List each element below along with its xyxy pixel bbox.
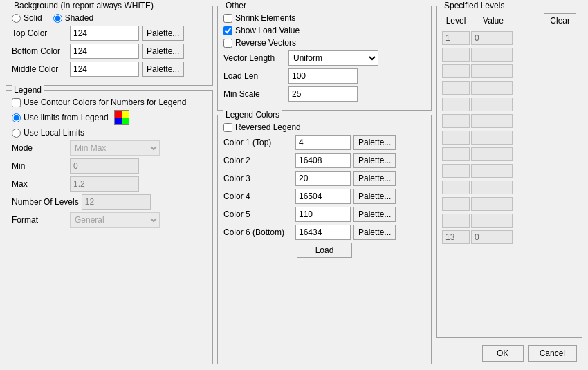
- color3-label: Color 3: [223, 174, 293, 183]
- color6-input[interactable]: [295, 225, 351, 240]
- level-3-input[interactable]: [442, 64, 470, 78]
- other-title: Other: [223, 1, 248, 10]
- reverse-vectors-label: Reverse Vectors: [235, 38, 296, 48]
- num-levels-input: [82, 194, 151, 210]
- color4-label: Color 4: [223, 192, 293, 201]
- solid-radio[interactable]: [12, 14, 21, 23]
- reversed-legend-checkbox[interactable]: [223, 123, 232, 132]
- show-load-row[interactable]: Show Load Value: [223, 26, 425, 35]
- cancel-button[interactable]: Cancel: [528, 345, 577, 362]
- middle-color-input[interactable]: [70, 62, 139, 77]
- level-6-value-input[interactable]: [471, 114, 513, 128]
- color4-input[interactable]: [295, 189, 351, 204]
- bottom-color-input[interactable]: [70, 44, 139, 59]
- background-group: Background (In report always WHITE) Soli…: [6, 6, 213, 86]
- legend-group: Legend Use Contour Colors for Numbers fo…: [6, 90, 213, 364]
- color1-label: Color 1 (Top): [223, 138, 293, 147]
- reverse-vectors-checkbox[interactable]: [223, 39, 232, 48]
- use-limits-radio[interactable]: [12, 113, 21, 122]
- color5-input[interactable]: [295, 207, 351, 222]
- color5-label: Color 5: [223, 210, 293, 219]
- level-row-7: [442, 131, 576, 145]
- use-local-radio-label[interactable]: Use Local Limits: [12, 128, 207, 138]
- level-3-value-input[interactable]: [471, 64, 513, 78]
- footer-buttons: OK Cancel: [436, 342, 582, 364]
- ok-button[interactable]: OK: [482, 345, 524, 362]
- background-content: Solid Shaded Top Color Palette... Bottom…: [12, 13, 207, 77]
- clear-btn[interactable]: Clear: [544, 13, 576, 28]
- color1-palette-btn[interactable]: Palette...: [353, 135, 396, 150]
- level-6-input[interactable]: [442, 114, 470, 128]
- level-7-value-input[interactable]: [471, 131, 513, 145]
- mode-row: Mode Min Max: [12, 140, 207, 156]
- level-10-input[interactable]: [442, 181, 470, 194]
- color2-input[interactable]: [295, 153, 351, 168]
- color6-palette-btn[interactable]: Palette...: [353, 225, 396, 240]
- use-limits-radio-label[interactable]: Use limits from Legend: [12, 113, 109, 122]
- level-9-input[interactable]: [442, 164, 470, 178]
- level-12-value-input[interactable]: [471, 214, 513, 228]
- main-container: Background (In report always WHITE) Soli…: [0, 0, 588, 370]
- level-2-input[interactable]: [442, 48, 470, 62]
- vector-length-select[interactable]: Uniform Proportional: [288, 50, 378, 66]
- level-12-input[interactable]: [442, 214, 470, 228]
- bottom-color-row: Bottom Color Palette...: [12, 44, 207, 59]
- level-4-value-input[interactable]: [471, 81, 513, 95]
- bottom-color-palette-btn[interactable]: Palette...: [142, 44, 184, 59]
- level-row-8: [442, 147, 576, 161]
- swatch-q4: [122, 118, 129, 124]
- contour-colors-label: Use Contour Colors for Numbers for Legen…: [24, 98, 186, 107]
- solid-radio-label[interactable]: Solid: [12, 13, 42, 23]
- load-len-input[interactable]: [288, 68, 358, 84]
- level-13-value-input[interactable]: [471, 230, 513, 244]
- load-len-label: Load Len: [223, 71, 286, 81]
- level-10-value-input[interactable]: [471, 181, 513, 194]
- level-11-input[interactable]: [442, 197, 470, 211]
- top-color-input[interactable]: [70, 26, 139, 41]
- level-7-input[interactable]: [442, 131, 470, 145]
- use-local-label: Use Local Limits: [24, 128, 84, 138]
- color3-input[interactable]: [295, 171, 351, 186]
- contour-colors-checkbox[interactable]: [12, 98, 21, 107]
- shrink-checkbox[interactable]: [223, 14, 232, 23]
- level-row-10: [442, 181, 576, 194]
- color6-label: Color 6 (Bottom): [223, 228, 293, 237]
- legend-colors-title: Legend Colors: [223, 110, 282, 120]
- level-row-9: [442, 164, 576, 178]
- level-8-input[interactable]: [442, 147, 470, 161]
- specified-levels-title: Specified Levels: [442, 1, 506, 10]
- color1-input[interactable]: [295, 135, 351, 150]
- shrink-row[interactable]: Shrink Elements: [223, 13, 425, 23]
- shaded-label: Shaded: [65, 13, 93, 23]
- legend-color-swatch[interactable]: [114, 110, 129, 125]
- level-11-value-input[interactable]: [471, 197, 513, 211]
- level-5-input[interactable]: [442, 98, 470, 111]
- contour-colors-row[interactable]: Use Contour Colors for Numbers for Legen…: [12, 98, 207, 107]
- shaded-radio-label[interactable]: Shaded: [53, 13, 93, 23]
- level-rows: [442, 31, 576, 332]
- level-1-value-input[interactable]: [471, 31, 513, 45]
- color2-palette-btn[interactable]: Palette...: [353, 153, 396, 168]
- level-9-value-input[interactable]: [471, 164, 513, 178]
- show-load-checkbox[interactable]: [223, 26, 232, 35]
- top-color-palette-btn[interactable]: Palette...: [142, 26, 184, 41]
- min-scale-input[interactable]: [288, 86, 358, 102]
- color4-palette-btn[interactable]: Palette...: [353, 189, 396, 204]
- swatch-q2: [122, 111, 129, 118]
- color5-palette-btn[interactable]: Palette...: [353, 207, 396, 222]
- mode-label: Mode: [12, 143, 67, 153]
- level-5-value-input[interactable]: [471, 98, 513, 111]
- use-local-radio[interactable]: [12, 129, 21, 138]
- reversed-legend-row[interactable]: Reversed Legend: [223, 122, 425, 132]
- reverse-vectors-row[interactable]: Reverse Vectors: [223, 38, 425, 48]
- load-btn[interactable]: Load: [297, 243, 352, 258]
- level-8-value-input[interactable]: [471, 147, 513, 161]
- level-1-input[interactable]: [442, 31, 470, 45]
- level-2-value-input[interactable]: [471, 48, 513, 62]
- level-13-input[interactable]: [442, 230, 470, 244]
- color3-palette-btn[interactable]: Palette...: [353, 171, 396, 186]
- middle-color-palette-btn[interactable]: Palette...: [142, 62, 184, 77]
- level-row-11: [442, 197, 576, 211]
- level-4-input[interactable]: [442, 81, 470, 95]
- shaded-radio[interactable]: [53, 14, 62, 23]
